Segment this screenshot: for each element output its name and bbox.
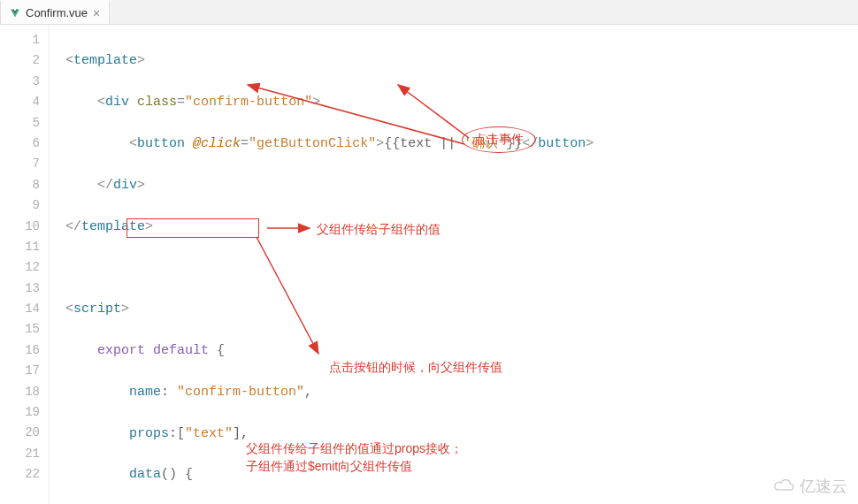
line-number: 1 bbox=[0, 30, 40, 50]
line-number: 13 bbox=[0, 279, 40, 299]
prop-name: name bbox=[129, 385, 161, 400]
line-number: 8 bbox=[0, 175, 40, 195]
editor: 12345678910111213141516171819202122 <tem… bbox=[0, 25, 858, 504]
line-number: 11 bbox=[0, 237, 40, 257]
attr-class: class bbox=[137, 95, 177, 110]
vue-icon bbox=[10, 8, 20, 19]
annotation-props-box bbox=[126, 218, 259, 238]
line-number: 21 bbox=[0, 444, 40, 464]
annotation-props-note: 父组件传给子组件的值 bbox=[317, 221, 440, 239]
annotation-emit-note: 点击按钮的时候，向父组件传值 bbox=[329, 359, 502, 377]
fn-data: data bbox=[129, 467, 161, 482]
val-props-item: text bbox=[193, 426, 225, 441]
line-number: 19 bbox=[0, 402, 40, 423]
line-number: 6 bbox=[0, 134, 40, 154]
line-number: 20 bbox=[0, 423, 40, 443]
tag-template-open: template bbox=[73, 53, 137, 68]
kw-default: default bbox=[153, 343, 209, 358]
tag-div: div bbox=[105, 95, 129, 110]
tag-button: button bbox=[137, 136, 185, 151]
tab-bar: Confirm.vue × bbox=[0, 0, 858, 25]
val-click: getButtonClick bbox=[257, 136, 368, 151]
line-number: 10 bbox=[0, 217, 40, 237]
line-number: 2 bbox=[0, 50, 40, 71]
tab-filename: Confirm.vue bbox=[26, 6, 88, 19]
val-class: confirm-button bbox=[193, 95, 304, 110]
kw-export: export bbox=[97, 343, 145, 358]
code-area[interactable]: <template> <div class="confirm-button"> … bbox=[50, 25, 596, 504]
line-number: 9 bbox=[0, 195, 40, 216]
line-number-gutter: 12345678910111213141516171819202122 bbox=[0, 25, 50, 504]
prop-props: props bbox=[129, 426, 169, 441]
val-name: confirm-button bbox=[185, 385, 296, 400]
annotation-click-event: 点击事件 bbox=[462, 126, 536, 153]
line-number: 4 bbox=[0, 92, 40, 112]
close-icon[interactable]: × bbox=[93, 7, 100, 19]
line-number: 16 bbox=[0, 340, 40, 361]
watermark: 亿速云 bbox=[773, 476, 847, 497]
line-number: 12 bbox=[0, 257, 40, 278]
expr-text: text bbox=[400, 136, 432, 151]
tag-script: script bbox=[73, 302, 121, 317]
cloud-icon bbox=[773, 478, 796, 494]
line-number: 15 bbox=[0, 319, 40, 340]
line-number: 7 bbox=[0, 154, 40, 174]
line-number: 17 bbox=[0, 361, 40, 381]
annotation-summary: 父组件传给子组件的值通过props接收； 子组件通过$emit向父组件传值 bbox=[246, 440, 463, 475]
attr-click: @click bbox=[193, 136, 241, 151]
line-number: 14 bbox=[0, 299, 40, 319]
file-tab[interactable]: Confirm.vue × bbox=[0, 0, 110, 24]
line-number: 5 bbox=[0, 113, 40, 134]
line-number: 22 bbox=[0, 464, 40, 485]
line-number: 18 bbox=[0, 382, 40, 402]
line-number: 3 bbox=[0, 72, 40, 92]
expr-or: || bbox=[440, 136, 456, 151]
